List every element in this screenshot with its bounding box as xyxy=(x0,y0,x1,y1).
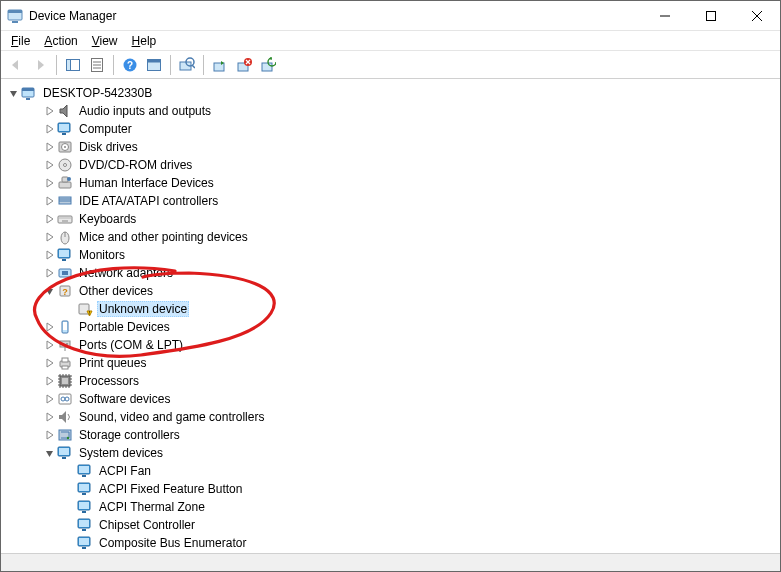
expander-icon[interactable] xyxy=(43,158,57,172)
uninstall-button[interactable] xyxy=(233,54,255,76)
tree-item-label: Keyboards xyxy=(77,212,138,226)
svg-rect-111 xyxy=(82,547,86,549)
minimize-button[interactable] xyxy=(642,1,688,30)
svg-rect-107 xyxy=(79,520,89,527)
tree-item[interactable]: Portable Devices xyxy=(3,318,780,336)
enable-button[interactable] xyxy=(209,54,231,76)
expander-icon[interactable] xyxy=(43,104,57,118)
menu-file[interactable]: File xyxy=(5,33,38,49)
expander-icon[interactable] xyxy=(43,248,57,262)
toolbar-separator xyxy=(203,55,204,75)
tree-item-label: Processors xyxy=(77,374,141,388)
window-title: Device Manager xyxy=(29,9,642,23)
expander-icon[interactable] xyxy=(43,122,57,136)
tree-item-label: Monitors xyxy=(77,248,127,262)
other-icon: ? xyxy=(57,283,73,299)
tree-item-label: System devices xyxy=(77,446,165,460)
expander-icon[interactable] xyxy=(7,86,21,100)
tree-item[interactable]: Software devices xyxy=(3,390,780,408)
tree-item[interactable]: Disk drives xyxy=(3,138,780,156)
tree-item-label: ACPI Fixed Feature Button xyxy=(97,482,244,496)
tree-item-label: Disk drives xyxy=(77,140,140,154)
svg-rect-30 xyxy=(59,124,69,131)
systemdev-icon xyxy=(77,535,93,551)
forward-button[interactable] xyxy=(29,54,51,76)
tree-item[interactable]: DVD/CD-ROM drives xyxy=(3,156,780,174)
close-button[interactable] xyxy=(734,1,780,30)
tree-item[interactable]: Human Interface Devices xyxy=(3,174,780,192)
tree-item[interactable]: System devices xyxy=(3,444,780,462)
expander-icon[interactable] xyxy=(43,356,57,370)
tree-item[interactable]: ACPI Fixed Feature Button xyxy=(3,480,780,498)
expander-icon[interactable] xyxy=(43,392,57,406)
expander-icon[interactable] xyxy=(43,374,57,388)
properties-button[interactable] xyxy=(86,54,108,76)
tree-item[interactable]: Audio inputs and outputs xyxy=(3,102,780,120)
help-button[interactable]: ? xyxy=(119,54,141,76)
tree-item[interactable]: Monitors xyxy=(3,246,780,264)
computer-icon xyxy=(57,121,73,137)
svg-rect-108 xyxy=(82,529,86,531)
expander-icon[interactable] xyxy=(43,176,57,190)
svg-rect-44 xyxy=(60,218,61,219)
svg-point-93 xyxy=(67,437,69,439)
tree-item[interactable]: Mice and other pointing devices xyxy=(3,228,780,246)
svg-rect-64 xyxy=(60,341,70,347)
update-driver-button[interactable] xyxy=(257,54,279,76)
tree-item[interactable]: IDE ATA/ATAPI controllers xyxy=(3,192,780,210)
maximize-button[interactable] xyxy=(688,1,734,30)
scan-button[interactable] xyxy=(176,54,198,76)
expander-icon[interactable] xyxy=(43,338,57,352)
tree-item[interactable]: Ports (COM & LPT) xyxy=(3,336,780,354)
ports-icon xyxy=(57,337,73,353)
expander-icon[interactable] xyxy=(43,266,57,280)
svg-rect-55 xyxy=(62,259,66,261)
show-hide-console-button[interactable] xyxy=(62,54,84,76)
expander-icon[interactable] xyxy=(43,428,57,442)
back-button[interactable] xyxy=(5,54,27,76)
expander-icon[interactable] xyxy=(43,320,57,334)
tree-item[interactable]: Composite Bus Enumerator xyxy=(3,534,780,552)
device-tree[interactable]: DESKTOP-542330B Audio inputs and outputs… xyxy=(1,79,780,553)
mouse-icon xyxy=(57,229,73,245)
expander-icon[interactable] xyxy=(43,230,57,244)
expander-icon[interactable] xyxy=(43,212,57,226)
keyboard-icon xyxy=(57,211,73,227)
tree-item[interactable]: Network adapters xyxy=(3,264,780,282)
menu-help[interactable]: Help xyxy=(126,33,165,49)
tree-item[interactable]: Computer xyxy=(3,120,780,138)
tree-item-label: IDE ATA/ATAPI controllers xyxy=(77,194,220,208)
svg-rect-43 xyxy=(58,216,72,223)
tree-item[interactable]: ! Unknown device xyxy=(3,300,780,318)
tree-root[interactable]: DESKTOP-542330B xyxy=(3,84,780,102)
tree-item[interactable]: Storage controllers xyxy=(3,426,780,444)
menu-action[interactable]: Action xyxy=(38,33,85,49)
expander-icon[interactable] xyxy=(43,194,57,208)
tree-item-label: Storage controllers xyxy=(77,428,182,442)
tree-item[interactable]: Sound, video and game controllers xyxy=(3,408,780,426)
expander-icon[interactable] xyxy=(43,446,57,460)
svg-rect-4 xyxy=(707,11,716,20)
expander-icon[interactable] xyxy=(43,140,57,154)
tree-item[interactable]: ACPI Fan xyxy=(3,462,780,480)
toolbar-separator xyxy=(113,55,114,75)
action-button[interactable] xyxy=(143,54,165,76)
tree-item[interactable]: ACPI Thermal Zone xyxy=(3,498,780,516)
svg-text:?: ? xyxy=(62,287,68,297)
svg-rect-104 xyxy=(79,502,89,509)
sound-icon xyxy=(57,409,73,425)
tree-item-label: Computer xyxy=(77,122,134,136)
tree-item[interactable]: Processors xyxy=(3,372,780,390)
svg-rect-37 xyxy=(59,182,71,188)
svg-point-65 xyxy=(62,343,64,345)
menu-view[interactable]: View xyxy=(86,33,126,49)
expander-icon[interactable] xyxy=(43,284,57,298)
tree-item[interactable]: Keyboards xyxy=(3,210,780,228)
svg-rect-105 xyxy=(82,511,86,513)
tree-item[interactable]: Print queues xyxy=(3,354,780,372)
tree-root-label: DESKTOP-542330B xyxy=(41,86,154,100)
tree-item[interactable]: ? Other devices xyxy=(3,282,780,300)
expander-icon[interactable] xyxy=(43,410,57,424)
tree-pane: DESKTOP-542330B Audio inputs and outputs… xyxy=(1,79,780,553)
tree-item[interactable]: Chipset Controller xyxy=(3,516,780,534)
